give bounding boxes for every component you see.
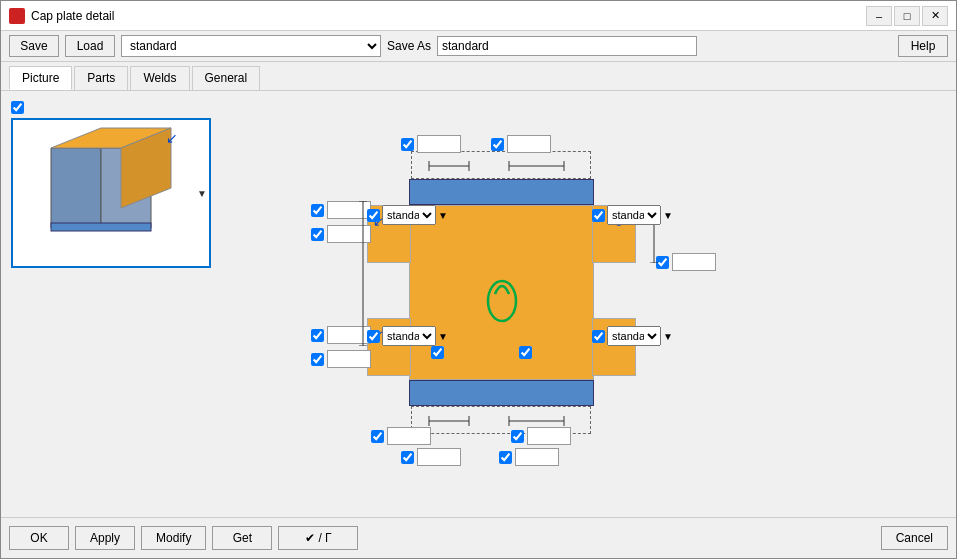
close-button[interactable]: ✕ — [922, 6, 948, 26]
preview-checkbox[interactable] — [11, 101, 24, 114]
input-right-1[interactable] — [672, 253, 716, 271]
cb-center-left[interactable] — [367, 330, 380, 343]
load-button[interactable]: Load — [65, 35, 115, 57]
dim-center-right-select: standard ▼ — [592, 326, 673, 346]
tab-picture[interactable]: Picture — [9, 66, 72, 90]
preview-box: ↙ ▼ — [11, 118, 211, 268]
dim-center-mid — [431, 346, 444, 359]
help-button[interactable]: Help — [898, 35, 948, 57]
dim-center-left-select-top: standard ▼ — [367, 205, 448, 225]
svg-marker-0 — [51, 148, 101, 228]
select-center-right-top[interactable]: standard — [607, 205, 661, 225]
blue-bar-top — [409, 179, 594, 205]
bottom-bar-left: OK Apply Modify Get ✔ / Γ — [9, 526, 358, 550]
dim-top-left — [401, 135, 461, 153]
save-button[interactable]: Save — [9, 35, 59, 57]
dim-arrow-bottom — [409, 411, 594, 431]
dim-center-mid-right — [519, 346, 532, 359]
expand-icon[interactable]: ▼ — [197, 188, 207, 199]
cb-left-1[interactable] — [311, 204, 324, 217]
dim-top-right — [491, 135, 551, 153]
main-window: Cap plate detail – □ ✕ Save Load standar… — [0, 0, 957, 559]
app-icon — [9, 8, 25, 24]
dim-vbottom-left — [401, 448, 461, 466]
blue-bar-bottom — [409, 380, 594, 406]
cb-bottom-left[interactable] — [371, 430, 384, 443]
cb-top-left[interactable] — [401, 138, 414, 151]
preview-checkbox-row — [11, 101, 251, 114]
dropdown-arrow-left-top[interactable]: ▼ — [438, 210, 448, 221]
ok-button[interactable]: OK — [9, 526, 69, 550]
svg-rect-4 — [51, 223, 151, 231]
cb-center-right[interactable] — [592, 330, 605, 343]
diagram: ↙ ↙ ↙ ↙ — [261, 101, 761, 471]
cb-center-right-top[interactable] — [592, 209, 605, 222]
bottom-bar-right: Cancel — [881, 526, 948, 550]
window-title: Cap plate detail — [31, 9, 114, 23]
preview-svg: ↙ — [21, 123, 201, 263]
svg-text:↙: ↙ — [166, 130, 178, 146]
apply-button[interactable]: Apply — [75, 526, 135, 550]
cb-bottom-right[interactable] — [511, 430, 524, 443]
dropdown-arrow-left[interactable]: ▼ — [438, 331, 448, 342]
input-vbottom-right[interactable] — [515, 448, 559, 466]
main-content: ↙ ▼ — [1, 91, 956, 517]
dropdown-arrow-right[interactable]: ▼ — [663, 331, 673, 342]
cb-left-3[interactable] — [311, 329, 324, 342]
save-as-label: Save As — [387, 39, 431, 53]
tab-welds[interactable]: Welds — [130, 66, 189, 90]
cb-vbottom-left[interactable] — [401, 451, 414, 464]
dim-left-4 — [311, 350, 371, 368]
input-left-4[interactable] — [327, 350, 371, 368]
title-bar-left: Cap plate detail — [9, 8, 114, 24]
tab-general[interactable]: General — [192, 66, 261, 90]
get-button[interactable]: Get — [212, 526, 272, 550]
select-center-left[interactable]: standard — [382, 326, 436, 346]
profile-select[interactable]: standard — [121, 35, 381, 57]
cb-vbottom-right[interactable] — [499, 451, 512, 464]
select-center-left-top[interactable]: standard — [382, 205, 436, 225]
diagram-panel: ↙ ↙ ↙ ↙ — [261, 101, 946, 507]
cancel-button[interactable]: Cancel — [881, 526, 948, 550]
save-as-input[interactable]: standard — [437, 36, 697, 56]
cb-left-4[interactable] — [311, 353, 324, 366]
tab-parts[interactable]: Parts — [74, 66, 128, 90]
input-top-right[interactable] — [507, 135, 551, 153]
check-button[interactable]: ✔ / Γ — [278, 526, 358, 550]
maximize-button[interactable]: □ — [894, 6, 920, 26]
modify-button[interactable]: Modify — [141, 526, 206, 550]
title-bar: Cap plate detail – □ ✕ — [1, 1, 956, 31]
dim-arrow-top — [409, 156, 594, 176]
preview-panel: ↙ ▼ — [11, 101, 251, 507]
cb-center-mid[interactable] — [431, 346, 444, 359]
input-top-left[interactable] — [417, 135, 461, 153]
dim-center-left-select: standard ▼ — [367, 326, 448, 346]
toolbar: Save Load standard Save As standard Help — [1, 31, 956, 62]
bottom-bar: OK Apply Modify Get ✔ / Γ Cancel — [1, 517, 956, 558]
tabs: Picture Parts Welds General — [1, 62, 956, 91]
cb-center-left-top[interactable] — [367, 209, 380, 222]
cb-center-mid-right[interactable] — [519, 346, 532, 359]
dim-center-right-select-top: standard ▼ — [592, 205, 673, 225]
cb-top-right[interactable] — [491, 138, 504, 151]
dim-right-1 — [656, 253, 716, 271]
minimize-button[interactable]: – — [866, 6, 892, 26]
dim-vbottom-right — [499, 448, 559, 466]
title-bar-controls: – □ ✕ — [866, 6, 948, 26]
select-center-right[interactable]: standard — [607, 326, 661, 346]
dropdown-arrow-right-top[interactable]: ▼ — [663, 210, 673, 221]
cb-left-2[interactable] — [311, 228, 324, 241]
input-vbottom-left[interactable] — [417, 448, 461, 466]
